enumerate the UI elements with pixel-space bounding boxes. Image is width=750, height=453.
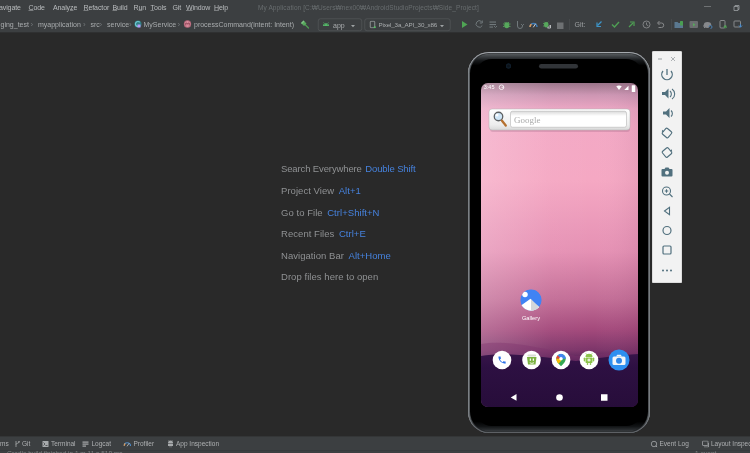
svg-text:Gallery: Gallery xyxy=(522,315,540,321)
svg-text:3:45: 3:45 xyxy=(484,84,495,90)
svg-text:Google: Google xyxy=(514,115,541,125)
